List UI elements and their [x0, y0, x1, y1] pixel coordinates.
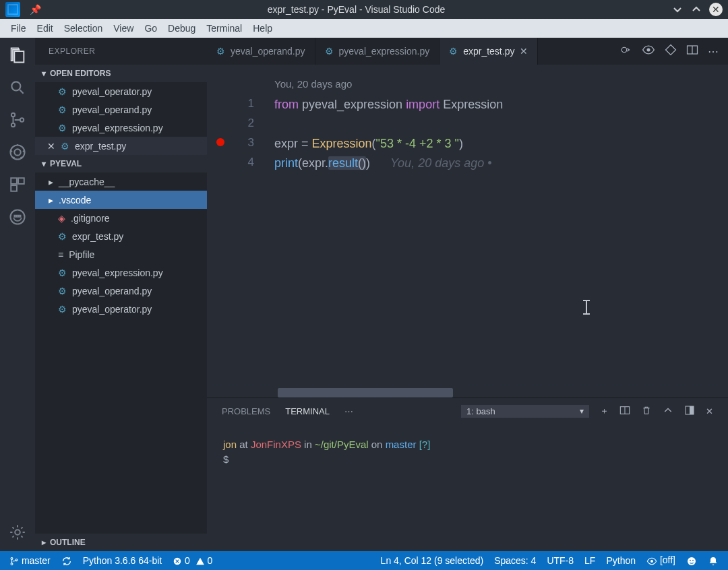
file-item[interactable]: ⚙pyeval_operator.py: [35, 300, 207, 318]
open-editor[interactable]: ⚙pyeval_operand.py: [35, 100, 207, 119]
folder-item-selected[interactable]: ▸.vscode: [35, 191, 207, 209]
more-icon[interactable]: ⋯: [344, 406, 353, 416]
explorer-icon[interactable]: [8, 46, 27, 65]
notifications-icon[interactable]: [708, 555, 719, 566]
explorer-title: EXPLORER: [35, 38, 207, 65]
menu-file[interactable]: File: [5, 23, 32, 34]
horizontal-scrollbar[interactable]: [278, 388, 453, 398]
pin-icon[interactable]: 📌: [30, 4, 41, 15]
python-file-icon: ⚙: [58, 123, 67, 133]
trash-icon[interactable]: [641, 405, 652, 418]
editor-tabs: ⚙yeval_operand.py ⚙pyeval_expression.py …: [207, 38, 728, 65]
close-button[interactable]: ✕: [709, 3, 723, 16]
open-editors-header[interactable]: ▾OPEN EDITORS: [35, 65, 207, 82]
live-preview[interactable]: [off]: [646, 555, 675, 566]
feedback-icon[interactable]: [686, 555, 697, 566]
vscode-logo-icon: [5, 2, 20, 17]
preview-icon[interactable]: [642, 43, 655, 59]
file-item[interactable]: ⚙expr_test.py: [35, 227, 207, 245]
maximize-panel-icon[interactable]: [684, 405, 695, 418]
outline-header[interactable]: ▸OUTLINE: [35, 534, 207, 551]
status-bar: master Python 3.6.6 64-bit 0 0 Ln 4, Col…: [0, 551, 728, 570]
workspace-header[interactable]: ▾PYEVAL: [35, 155, 207, 172]
open-editor[interactable]: ⚙pyeval_operator.py: [35, 82, 207, 100]
svg-point-18: [11, 563, 13, 565]
sync-icon[interactable]: [61, 555, 72, 566]
close-panel-icon[interactable]: ✕: [706, 406, 713, 416]
chevron-up-icon[interactable]: [663, 405, 673, 418]
panel-tabs: PROBLEMS TERMINAL ⋯ 1: bash ＋ ✕: [207, 398, 728, 424]
svg-point-3: [20, 118, 24, 121]
encoding[interactable]: UTF-8: [547, 555, 574, 566]
terminal-output[interactable]: jon at JonFinXPS in ~/git/PyEval on mast…: [207, 424, 728, 551]
maximize-button[interactable]: [690, 3, 702, 15]
codelens[interactable]: You, 20 days ago: [274, 74, 503, 95]
folder-item[interactable]: ▸__pycache__: [35, 172, 207, 191]
file-item[interactable]: ⚙pyeval_operand.py: [35, 282, 207, 300]
cursor-position[interactable]: Ln 4, Col 12 (9 selected): [381, 555, 484, 566]
menu-go[interactable]: Go: [139, 23, 162, 34]
settings-icon[interactable]: [8, 523, 27, 542]
split-editor-icon[interactable]: [686, 44, 698, 59]
chevron-down-icon: ▾: [42, 159, 46, 168]
open-editor[interactable]: ⚙pyeval_expression.py: [35, 119, 207, 137]
indentation[interactable]: Spaces: 4: [494, 555, 536, 566]
file-item[interactable]: ⚙pyeval_expression.py: [35, 263, 207, 282]
svg-point-23: [690, 559, 691, 561]
python-file-icon: ⚙: [61, 141, 69, 152]
problems-tab[interactable]: PROBLEMS: [222, 406, 270, 416]
terminal-select[interactable]: 1: bash: [461, 405, 589, 418]
text-file-icon: ≡: [58, 249, 63, 260]
chevron-right-icon: ▸: [49, 195, 53, 205]
source-control-icon[interactable]: [8, 110, 27, 129]
diff-icon[interactable]: [665, 44, 677, 59]
eol[interactable]: LF: [584, 555, 595, 566]
docker-icon[interactable]: [8, 208, 27, 226]
minimize-button[interactable]: [671, 3, 684, 15]
close-icon[interactable]: ✕: [47, 141, 55, 152]
window-titlebar: 📌 expr_test.py - PyEval - Visual Studio …: [0, 0, 728, 19]
editor-body[interactable]: 1234 You, 20 days ago from pyeval_expres…: [207, 65, 728, 398]
menu-debug[interactable]: Debug: [162, 23, 201, 34]
svg-point-10: [15, 530, 20, 535]
editor-tab-active[interactable]: ⚙expr_test.py✕: [439, 38, 538, 65]
more-icon[interactable]: ⋯: [708, 45, 719, 58]
svg-point-0: [11, 82, 20, 90]
file-item[interactable]: ◈.gitignore: [35, 209, 207, 227]
menu-terminal[interactable]: Terminal: [201, 23, 247, 34]
error-count[interactable]: 0 0: [173, 555, 212, 566]
svg-point-2: [11, 123, 15, 127]
svg-point-1: [11, 113, 15, 117]
svg-point-24: [692, 559, 694, 561]
code-content[interactable]: You, 20 days ago from pyeval_expression …: [266, 65, 503, 398]
svg-point-11: [621, 47, 627, 53]
language-mode[interactable]: Python: [606, 555, 636, 566]
search-icon[interactable]: [8, 78, 27, 97]
breakpoint-icon[interactable]: [216, 138, 224, 146]
terminal-tab[interactable]: TERMINAL: [285, 406, 330, 416]
python-interpreter[interactable]: Python 3.6.6 64-bit: [83, 555, 162, 566]
debug-icon[interactable]: [8, 143, 27, 162]
menu-view[interactable]: View: [108, 23, 139, 34]
menu-bar: File Edit Selection View Go Debug Termin…: [0, 19, 728, 38]
split-terminal-icon[interactable]: [619, 405, 630, 418]
gitlens-icon[interactable]: [620, 44, 632, 59]
close-icon[interactable]: ✕: [520, 46, 528, 57]
open-editor-active[interactable]: ✕⚙expr_test.py: [35, 137, 207, 155]
bottom-panel: PROBLEMS TERMINAL ⋯ 1: bash ＋ ✕ jon at: [207, 398, 728, 551]
svg-point-21: [650, 560, 653, 563]
editor-actions: ⋯: [611, 38, 728, 65]
text-cursor-icon: [586, 300, 587, 314]
menu-selection[interactable]: Selection: [59, 23, 109, 34]
file-item[interactable]: ≡Pipfile: [35, 245, 207, 263]
extensions-icon[interactable]: [8, 175, 27, 194]
chevron-right-icon: ▸: [42, 538, 46, 547]
svg-rect-8: [11, 185, 17, 191]
editor-tab[interactable]: ⚙pyeval_expression.py: [315, 38, 440, 65]
python-file-icon: ⚙: [58, 231, 67, 242]
menu-help[interactable]: Help: [247, 23, 278, 34]
editor-tab[interactable]: ⚙yeval_operand.py: [207, 38, 315, 65]
new-terminal-icon[interactable]: ＋: [600, 405, 609, 417]
menu-edit[interactable]: Edit: [32, 23, 59, 34]
git-branch[interactable]: master: [9, 555, 51, 566]
